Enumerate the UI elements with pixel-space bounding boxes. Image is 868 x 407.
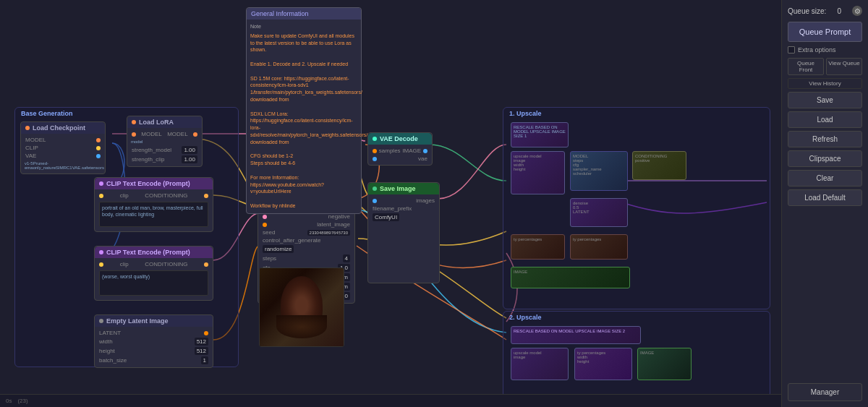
status-count: (23): [17, 398, 27, 404]
vae-decode-node[interactable]: VAE Decode samples IMAGE vae: [367, 132, 433, 166]
upscale1-node-a[interactable]: RESCALE BASED ON MODEL UPSCALE IMAGE SIZ…: [511, 122, 569, 147]
upscale2-node-c[interactable]: ty percentages width height: [574, 348, 632, 380]
note-label: Note: [250, 23, 357, 30]
clip-negative-header: CLIP Text Encode (Prompt): [95, 247, 213, 258]
general-info-body: Note Make sure to update ComfyUI and all…: [247, 20, 361, 213]
load-checkpoint-header: Load Checkpoint: [21, 122, 105, 134]
load-default-button[interactable]: Load Default: [788, 189, 862, 206]
group-upscale2: 2. Upscale RESCALE BASED ON MODEL UPSCAL…: [503, 311, 770, 398]
clip-negative-node[interactable]: CLIP Text Encode (Prompt) clip CONDITION…: [94, 246, 213, 301]
status-time: 0s: [6, 398, 12, 404]
vae-decode-header: VAE Decode: [368, 133, 432, 145]
group-upscale2-label: 2. Upscale: [503, 312, 770, 323]
extra-options-label: Extra options: [798, 46, 836, 53]
save-image-body: images filename_prefix ComfyUI: [368, 194, 439, 224]
empty-latent-body: LATENT width 512 height 512 batch_size 1: [95, 327, 213, 367]
load-lora1-node[interactable]: Load LoRA MODEL MODEL model strength_mod…: [127, 116, 203, 167]
vae-decode-body: samples IMAGE vae: [368, 145, 432, 165]
refresh-button[interactable]: Refresh: [788, 131, 862, 147]
upscale1-node-d[interactable]: CONDITIONING positive: [632, 151, 686, 180]
ksampler-image-preview: [259, 267, 344, 347]
positive-prompt-text: portrait of an old man, brow, masterpiec…: [99, 202, 208, 227]
upscale2-node-b[interactable]: upscale model image: [511, 348, 569, 380]
load-checkpoint-node[interactable]: Load Checkpoint MODEL CLIP VAE v1-5Prune…: [20, 121, 106, 174]
general-info-text: Make sure to update ComfyUI and all modu…: [250, 33, 357, 53]
right-panel: Queue size: 0 ⚙ Queue Prompt Extra optio…: [781, 0, 868, 407]
upscale1-node-h[interactable]: IMAGE: [511, 267, 630, 288]
canvas-area[interactable]: General Information Note Make sure to up…: [0, 0, 781, 407]
queue-prompt-button[interactable]: Queue Prompt: [788, 22, 862, 42]
general-info-popup: General Information Note Make sure to up…: [246, 7, 362, 214]
upscale1-node-b[interactable]: upscale model image width height: [511, 151, 565, 194]
clip-positive-header: CLIP Text Encode (Prompt): [95, 178, 213, 189]
status-bar: 0s (23): [0, 394, 781, 407]
save-image-header: Save Image: [368, 183, 439, 194]
load-lora1-header: Load LoRA: [127, 116, 202, 128]
clear-button[interactable]: Clear: [788, 170, 862, 187]
load-checkpoint-body: MODEL CLIP VAE v1-5Pruned-emaonly_nature…: [21, 134, 105, 173]
checkpoint-value: v1-5Pruned-emaonly_natureSIMRC1VAE.safet…: [23, 160, 103, 171]
queue-size-value: 0: [837, 7, 841, 15]
upscale2-node-a[interactable]: RESCALE BASED ON MODEL UPSCALE IMAGE SIZ…: [511, 326, 641, 344]
clip-positive-node[interactable]: CLIP Text Encode (Prompt) clip CONDITION…: [94, 177, 213, 232]
extra-options-row: Extra options: [788, 46, 862, 53]
empty-latent-header: Empty Latent Image: [95, 315, 213, 327]
negative-prompt-text: (worse, worst quality): [99, 270, 208, 296]
queue-size-row: Queue size: 0 ⚙: [788, 6, 862, 16]
clip-positive-body: clip CONDITIONING portrait of an old man…: [95, 189, 213, 231]
upscale1-node-c[interactable]: MODEL steps cfg sampler_name scheduler: [570, 151, 628, 191]
general-info-header: General Information: [247, 8, 361, 20]
view-queue-button[interactable]: View Queue: [826, 58, 862, 75]
clip-negative-body: clip CONDITIONING (worse, worst quality): [95, 258, 213, 300]
queue-options-row: Queue Front View Queue: [788, 58, 862, 75]
manager-button[interactable]: Manager: [788, 383, 862, 401]
upscale1-node-f[interactable]: ty percentages: [511, 234, 565, 260]
load-lora1-body: MODEL MODEL model strength_model 1.00 st…: [127, 128, 202, 166]
upscale1-node-e[interactable]: denoise 0.5 LATENT: [570, 198, 628, 227]
clipspace-button[interactable]: Clipspace: [788, 150, 862, 167]
view-history-button[interactable]: View History: [788, 78, 862, 89]
extra-options-checkbox[interactable]: [788, 46, 795, 53]
save-button[interactable]: Save: [788, 92, 862, 108]
empty-latent-node[interactable]: Empty Latent Image LATENT width 512 heig…: [94, 314, 213, 368]
upscale1-node-g[interactable]: ty percentages: [570, 234, 628, 260]
lora1-name: model: [129, 138, 200, 145]
group-upscale1: 1. Upscale RESCALE BASED ON MODEL UPSCAL…: [503, 107, 770, 309]
queue-size-label: Queue size:: [788, 7, 826, 15]
group-upscale1-label: 1. Upscale: [503, 108, 770, 119]
queue-front-button[interactable]: Queue Front: [788, 58, 824, 75]
load-button[interactable]: Load: [788, 111, 862, 128]
save-image-node[interactable]: Save Image images filename_prefix ComfyU…: [367, 182, 440, 283]
upscale2-node-d[interactable]: IMAGE: [637, 348, 692, 380]
settings-gear-icon[interactable]: ⚙: [852, 6, 862, 16]
panel-spacer: [788, 209, 862, 377]
